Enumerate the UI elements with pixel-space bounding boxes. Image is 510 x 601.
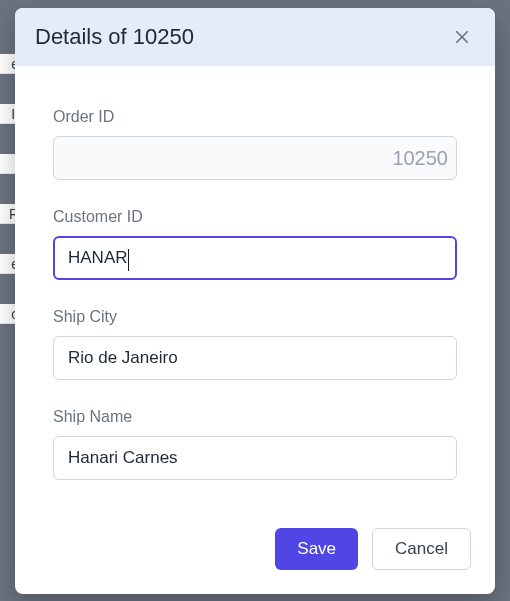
dialog-footer: Save Cancel bbox=[15, 510, 495, 594]
close-button[interactable] bbox=[449, 24, 475, 50]
field-order-id: Order ID bbox=[53, 108, 457, 180]
ship-city-label: Ship City bbox=[53, 308, 457, 326]
ship-name-input[interactable] bbox=[53, 436, 457, 480]
field-ship-city: Ship City bbox=[53, 308, 457, 380]
field-ship-name: Ship Name bbox=[53, 408, 457, 480]
dialog-body: Order ID Customer ID HANAR Ship City Shi… bbox=[15, 66, 495, 510]
field-customer-id: Customer ID HANAR bbox=[53, 208, 457, 280]
modal-backdrop: e II r R e o Details of 10250 Order ID C… bbox=[0, 0, 510, 601]
dialog-title: Details of 10250 bbox=[35, 24, 194, 50]
edit-dialog: Details of 10250 Order ID Customer ID HA… bbox=[15, 8, 495, 594]
save-button[interactable]: Save bbox=[275, 528, 358, 570]
dialog-header: Details of 10250 bbox=[15, 8, 495, 66]
text-caret bbox=[128, 249, 129, 271]
order-id-input[interactable] bbox=[53, 136, 457, 180]
ship-name-label: Ship Name bbox=[53, 408, 457, 426]
customer-id-value: HANAR bbox=[68, 248, 128, 268]
customer-id-label: Customer ID bbox=[53, 208, 457, 226]
ship-city-input[interactable] bbox=[53, 336, 457, 380]
customer-id-input-wrap[interactable]: HANAR bbox=[53, 236, 457, 280]
order-id-label: Order ID bbox=[53, 108, 457, 126]
close-icon bbox=[453, 28, 471, 46]
cancel-button[interactable]: Cancel bbox=[372, 528, 471, 570]
